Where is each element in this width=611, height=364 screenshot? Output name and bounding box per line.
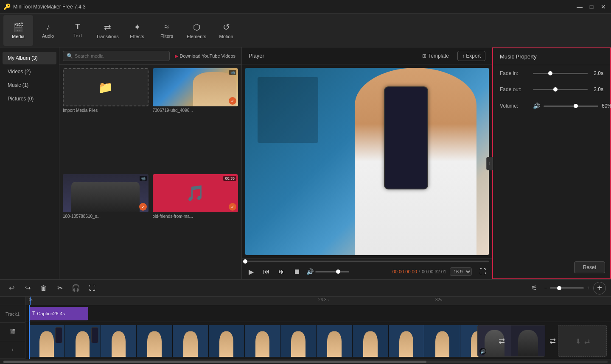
media-grid: 📁 Import Media Files 📹 ✓ 7306719-uhd_409… (59, 65, 241, 279)
stop-button[interactable]: ⏹ (291, 266, 303, 278)
playhead (30, 297, 31, 305)
redo-button[interactable]: ↪ (21, 282, 34, 295)
progress-dot (243, 259, 247, 264)
toolbar-item-filters[interactable]: ≈ Filters (152, 15, 182, 46)
close-button[interactable]: ✕ (599, 3, 608, 10)
video2-label: 180-135788610_s... (63, 214, 149, 219)
panel-footer: Reset (574, 261, 605, 273)
video2-thumb: 📹 ✓ (63, 174, 149, 212)
gap-clip[interactable]: ⬇ ⇄ (558, 325, 607, 357)
audio-icon: ♪ (46, 22, 50, 32)
timeline-content: Track1 🎬 ♪ 0s 26.3s 32s (0, 297, 611, 359)
toolbar-item-media[interactable]: 🎬 Media (3, 15, 33, 46)
delete-button[interactable]: 🗑 (37, 282, 50, 295)
crop-button[interactable]: ⛶ (86, 282, 98, 295)
audio-extract-button[interactable]: 🎧 (70, 282, 82, 295)
timeline-tracks[interactable]: 0s 26.3s 32s T Caption26 4s (25, 297, 611, 359)
video-track: ⇄ 🔊 ⇄ (25, 322, 611, 359)
music1-thumb: 🎵 00:35 ✓ (153, 174, 238, 212)
fullscreen-button[interactable]: ⛶ (477, 266, 489, 278)
player-title: Player (249, 53, 264, 59)
toolbar-filters-label: Filters (160, 33, 173, 39)
playhead-line-caption (29, 305, 30, 322)
fade-out-value: 3.0s (591, 86, 603, 92)
toolbar-item-transitions[interactable]: ⇄ Transitions (92, 15, 122, 46)
toolbar-elements-label: Elements (187, 34, 206, 39)
export-button[interactable]: ↑ Export (457, 51, 485, 61)
timeline-right-controls: ⚟ － ＋ + (528, 282, 606, 295)
zoom-slider[interactable] (550, 287, 584, 289)
transition-button-1[interactable]: ⇄ (499, 336, 505, 346)
minimize-button[interactable]: — (575, 3, 584, 10)
fade-in-slider[interactable] (533, 73, 588, 74)
music1-duration: 00:35 (223, 176, 236, 181)
fade-out-slider[interactable] (533, 89, 588, 90)
toolbar-text-label: Text (73, 33, 82, 38)
youtube-download-button[interactable]: ▶ Download YouTube Videos (172, 52, 238, 61)
undo-button[interactable]: ↩ (5, 282, 18, 295)
search-box[interactable]: 🔍 (63, 51, 170, 61)
collapse-panel-button[interactable]: › (486, 157, 493, 170)
zoom-control: － ＋ (543, 284, 591, 292)
volume-value: 60% (602, 103, 611, 109)
transition-button-2[interactable]: ⇄ (549, 336, 556, 346)
folder-icon: 📁 (98, 81, 113, 94)
music-property-header: Music Property (493, 48, 610, 65)
aspect-ratio-select[interactable]: 16:9 9:16 4:3 1:1 (450, 267, 472, 276)
toolbar-item-effects[interactable]: ✦ Effects (122, 15, 152, 46)
sidebar-item-my-album[interactable]: My Album (3) (3, 52, 56, 64)
music-note-icon: 🎵 (186, 184, 205, 202)
caption-label: Caption26 (37, 311, 58, 316)
toolbar-item-motion[interactable]: ↺ Motion (211, 15, 241, 46)
cut-button[interactable]: ✂ (53, 282, 66, 295)
time-ruler: 0s 26.3s 32s (25, 297, 611, 305)
template-button[interactable]: ⊞ Template (419, 51, 452, 61)
import-media-item[interactable]: 📁 Import Media Files (63, 68, 149, 170)
media-item-music1[interactable]: 🎵 00:35 ✓ old-friends-from-ma... (153, 174, 238, 276)
video1-label: 7306719-uhd_4096... (153, 108, 238, 113)
zoom-in-icon: ＋ (586, 284, 591, 292)
volume-prop-slider[interactable] (544, 106, 598, 107)
time-total: 00:00:32:01 (422, 269, 446, 274)
next-button[interactable]: ⏭ (276, 266, 288, 278)
prev-button[interactable]: ⏮ (261, 266, 272, 278)
fade-in-row: Fade in: 2.0s (493, 65, 610, 81)
volume-slider[interactable] (315, 271, 349, 272)
search-input[interactable] (75, 53, 166, 58)
toolbar-effects-label: Effects (130, 34, 144, 39)
video-track-icon: 🎬 (10, 329, 16, 334)
media-item-video1[interactable]: 📹 ✓ 7306719-uhd_4096... (153, 68, 238, 170)
ruler-spacer (0, 297, 25, 305)
maximize-button[interactable]: □ (587, 3, 596, 10)
sidebar-item-pictures[interactable]: Pictures (0) (3, 92, 56, 105)
media-item-video2[interactable]: 📹 ✓ 180-135788610_s... (63, 174, 149, 276)
reset-button[interactable]: Reset (574, 261, 605, 273)
add-track-button[interactable]: + (593, 282, 606, 295)
toolbar-item-audio[interactable]: ♪ Audio (33, 15, 63, 46)
caption-duration: 4s (60, 311, 65, 316)
secondary-video-clip[interactable]: 🔊 (477, 325, 545, 357)
elements-icon: ⬡ (193, 22, 200, 32)
play-button[interactable]: ▶ (245, 266, 257, 278)
ruler-mark-26: 26.3s (318, 297, 328, 302)
swap-icon: ⇄ (584, 337, 590, 345)
player-header: Player ⊞ Template ↑ Export (242, 47, 492, 64)
import-media-label: Import Media Files (63, 108, 149, 113)
video2-check: ✓ (139, 203, 147, 211)
progress-bar[interactable] (245, 261, 489, 262)
toolbar-item-elements[interactable]: ⬡ Elements (182, 15, 211, 46)
sidebar-item-videos[interactable]: Videos (2) (3, 65, 56, 78)
filters-icon: ≈ (165, 22, 169, 32)
main-video-clip[interactable] (29, 325, 496, 357)
caption-clip[interactable]: T Caption26 4s (29, 307, 88, 320)
template-icon: ⊞ (422, 53, 426, 59)
sidebar-item-music[interactable]: Music (1) (3, 79, 56, 92)
fade-out-label: Fade out: (500, 86, 530, 92)
timeline-scrollbar[interactable] (0, 359, 611, 364)
toolbar-item-text[interactable]: T Text (63, 15, 92, 46)
video-container (245, 68, 489, 255)
volume-label: Volume: (500, 103, 530, 109)
audio-indicator: 🔊 (479, 348, 486, 355)
volume-row: Volume: 🔊 60% (493, 97, 610, 114)
split-button[interactable]: ⚟ (528, 282, 541, 295)
